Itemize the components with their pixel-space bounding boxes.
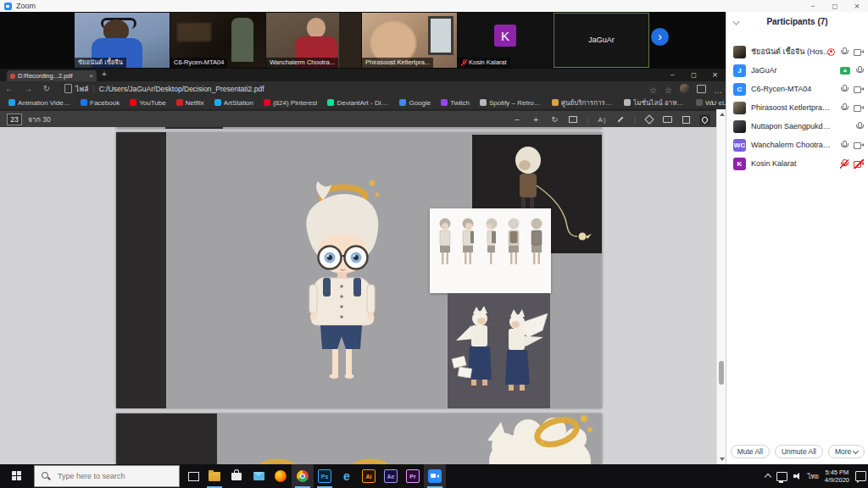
zoom-close-icon[interactable] (846, 0, 868, 13)
taskbar-after-effects[interactable]: Ae (380, 464, 402, 488)
mic-muted-icon (461, 59, 467, 66)
bookmark-netflix[interactable]: Netflix (176, 99, 204, 107)
reload-icon[interactable] (37, 84, 56, 93)
participant-row[interactable]: Nuttapon Saengpukdee (726, 117, 868, 136)
forward-icon[interactable] (19, 84, 37, 93)
volume-icon[interactable] (793, 472, 802, 480)
camera-off-icon[interactable] (854, 159, 864, 169)
save-icon[interactable] (681, 114, 692, 125)
zoom-minimize-icon[interactable] (802, 0, 824, 12)
bookmark-artstation[interactable]: ArtStation (214, 99, 253, 107)
mic-icon[interactable] (840, 103, 849, 113)
action-center-icon[interactable] (855, 471, 866, 481)
taskbar-microsoft-store[interactable] (225, 464, 248, 488)
mic-icon[interactable] (855, 66, 864, 75)
taskbar-firefox[interactable] (270, 464, 292, 488)
zoom-maximize-icon[interactable] (824, 0, 846, 13)
browser-menu-icon[interactable] (714, 81, 722, 97)
more-button[interactable]: More (828, 445, 865, 458)
camera-icon[interactable] (854, 47, 864, 57)
taskbar-illustrator[interactable]: Ai (358, 464, 380, 488)
scroll-up-arrow-icon[interactable] (720, 113, 725, 116)
fit-to-page-icon[interactable] (568, 114, 579, 125)
video-tile-host[interactable]: ชัยอนันต์ เชื้อจีน (75, 13, 170, 68)
taskbar-premiere[interactable]: Pr (402, 464, 424, 488)
camera-icon[interactable] (854, 103, 864, 113)
tab-title: D:Recording...2.pdf (18, 72, 73, 80)
taskbar-chrome[interactable] (292, 464, 314, 488)
participant-row[interactable]: J JaGuAr (726, 61, 868, 80)
taskbar-photoshop[interactable]: Ps (314, 464, 336, 488)
pdf-content-area[interactable] (0, 127, 716, 464)
bookmark-education-center[interactable]: ศูนย์บริการการศึกษา ม... (552, 97, 614, 108)
erase-icon[interactable] (643, 114, 654, 125)
bookmark-spotify[interactable]: Spotify – Retro Ga... (480, 99, 542, 107)
taskbar-file-explorer[interactable] (203, 464, 225, 488)
next-videos-button[interactable] (651, 28, 669, 46)
new-tab-button[interactable] (102, 69, 107, 79)
mic-icon[interactable] (855, 122, 864, 131)
video-tile-kosin[interactable]: K Kosin Kalarat (458, 13, 553, 68)
rotate-icon[interactable] (549, 114, 560, 125)
pdf-scrollbar[interactable] (716, 109, 726, 464)
bookmark-google[interactable]: Google (399, 99, 431, 107)
task-view-button[interactable] (183, 464, 203, 488)
participant-row[interactable]: ชัยอนันต์ เชื้อจีน (Host, me) (726, 42, 868, 61)
mute-all-button[interactable]: Mute All (731, 445, 770, 458)
print-icon[interactable] (662, 114, 673, 125)
favorites-list-icon[interactable] (665, 81, 672, 97)
draw-icon[interactable] (615, 114, 626, 125)
participant-row[interactable]: Phirasoost Ketlertprasert (726, 98, 868, 117)
profile-avatar[interactable] (680, 84, 689, 93)
taskbar-search[interactable] (34, 465, 180, 487)
bookmarks-overflow-chevron-icon[interactable] (711, 98, 714, 108)
collections-icon[interactable] (697, 85, 706, 93)
unmute-all-button[interactable]: Unmute All (775, 445, 823, 458)
tray-expand-chevron-icon[interactable] (764, 474, 771, 480)
video-tile-jaguar-active-speaker[interactable]: JaGuAr (554, 13, 649, 68)
participant-row[interactable]: WC Wanchalerm Chootragool (726, 136, 868, 154)
favorite-star-icon[interactable] (649, 81, 657, 97)
participants-header: Participants (7) (726, 12, 868, 30)
read-aloud-icon[interactable] (596, 114, 607, 125)
bookmark-favicon (264, 99, 270, 106)
bookmark-twitch[interactable]: Twitch (441, 99, 470, 107)
mic-icon[interactable] (840, 141, 849, 150)
search-input[interactable] (56, 471, 170, 481)
zoom-in-icon[interactable] (531, 114, 542, 125)
taskbar-zoom[interactable] (424, 464, 446, 488)
scroll-down-arrow-icon[interactable] (720, 458, 725, 461)
bookmark-animation-videos[interactable]: Animation Videos o... (8, 99, 70, 107)
camera-icon[interactable] (854, 141, 864, 150)
bookmark-deviantart[interactable]: DeviantArt - Discov... (327, 99, 389, 107)
page-number-input[interactable]: 23 (7, 114, 22, 125)
participant-row[interactable]: C C6-Rycen-MTA04 (726, 80, 868, 98)
camera-icon[interactable] (854, 85, 864, 94)
mic-icon[interactable] (840, 85, 849, 94)
video-tile-phirasoost[interactable]: Phirasoost Ketlertpra... (362, 13, 457, 68)
scrollbar-thumb[interactable] (719, 361, 724, 385)
bookmark-facebook[interactable]: Facebook (81, 99, 120, 107)
zoom-out-icon[interactable] (512, 114, 523, 125)
url-text[interactable]: C:/Users/JaGuAr/Desktop/Decision_Present… (99, 85, 264, 93)
participant-row[interactable]: K Kosin Kalarat (726, 154, 868, 173)
back-icon[interactable] (0, 84, 19, 93)
pin-toolbar-icon[interactable] (699, 114, 710, 125)
start-button[interactable] (0, 464, 34, 488)
collapse-panel-chevron-icon[interactable] (733, 19, 740, 25)
network-icon[interactable] (776, 472, 787, 481)
taskbar-edge[interactable]: e (336, 464, 358, 488)
mic-icon[interactable] (840, 47, 849, 57)
browser-tab[interactable]: D:Recording...2.pdf (7, 70, 97, 81)
bookmark-motion-line[interactable]: โมชั่นไลน์ อาหารเกาหลี... (624, 97, 686, 108)
video-tile-c6rycen[interactable]: C6-Rycen-MTA04 (170, 13, 265, 68)
bookmark-youtube[interactable]: YouTube (130, 99, 165, 107)
video-tile-wanchalerm[interactable]: Wanchalerm Chootra... (266, 13, 361, 68)
mute-all-label: Mute All (737, 447, 763, 456)
mic-muted-icon[interactable] (840, 159, 849, 169)
taskbar-mail[interactable] (248, 464, 270, 488)
bookmark-pinterest[interactable]: (824) Pinterest (264, 99, 317, 107)
language-indicator[interactable]: ไทย (808, 471, 819, 481)
clock[interactable]: 5:45 PM 4/9/2020 (825, 469, 849, 484)
tab-close-icon[interactable] (89, 72, 93, 80)
